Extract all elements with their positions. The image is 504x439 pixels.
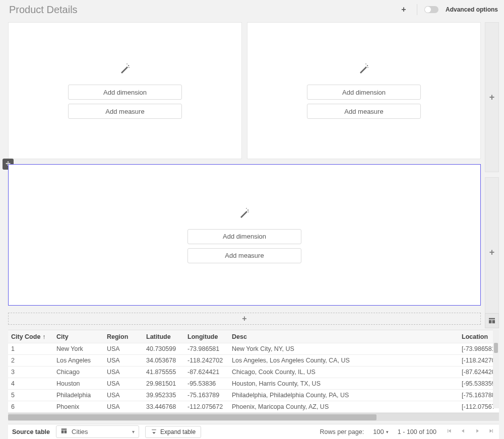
page-first-button[interactable] [446,427,453,436]
col-desc[interactable]: Desc [229,330,459,343]
table-scrollbar-vertical[interactable] [493,330,499,408]
table-header-row: City Code↑ City Region Latitude Longitud… [8,330,499,343]
table-cell: USA [104,367,143,378]
table-view-button[interactable] [485,313,499,328]
col-city-code[interactable]: City Code↑ [8,330,53,343]
chart-pane-3-selected[interactable]: Add dimension Add measure [8,164,481,306]
page-last-button[interactable] [488,427,495,436]
table-cell: -95.53836 [184,378,229,390]
data-table-panel: City Code↑ City Region Latitude Longitud… [8,330,499,421]
rows-per-page-label: Rows per page: [320,428,364,435]
header-actions: + Advanced options [398,4,498,16]
col-city[interactable]: City [53,330,104,343]
page-title: Product Details [9,4,78,16]
table-cell: -118.242702 [184,355,229,367]
table-cell: Los Angeles, Los Angeles County, CA, US [229,355,459,367]
chart-pane-1[interactable]: Add dimension Add measure [8,22,242,159]
add-sheet-button[interactable]: + [398,4,410,16]
table-cell: 34.053678 [143,355,184,367]
table-row[interactable]: 3ChicagoUSA41.875555-87.624421Chicago, C… [8,367,499,378]
table-cell: 41.875555 [143,367,184,378]
pager [446,427,495,436]
table-cell: USA [104,390,143,401]
col-longitude[interactable]: Longitude [184,330,229,343]
advanced-options-toggle[interactable] [424,6,438,13]
table-cell: -75.163789 [184,390,229,401]
table-row[interactable]: 4HoustonUSA29.981501-95.53836Houston, Ha… [8,378,499,390]
table-cell: -87.624421 [184,367,229,378]
table-cell: 33.446768 [143,401,184,413]
table-cell: -73.986581 [184,343,229,355]
workspace: Add dimension Add measure Add dimension … [0,19,504,327]
table-cell: Phoenix [53,401,104,413]
table-icon [60,427,68,436]
advanced-options-label: Advanced options [446,6,498,13]
table-row[interactable]: 6PhoenixUSA33.446768-112.075672Phoenix, … [8,401,499,413]
expand-table-button[interactable]: Expand table [145,426,201,438]
rows-per-page-dropdown[interactable]: 100 ▾ [373,428,389,435]
add-dimension-button[interactable]: Add dimension [307,85,421,100]
canvas-area: Add dimension Add measure Add dimension … [8,22,481,327]
table-row[interactable]: 2Los AngelesUSA34.053678-118.242702Los A… [8,355,499,367]
table-cell: 3 [8,367,53,378]
chevron-down-icon: ▾ [132,429,135,434]
source-table-value: Cities [72,428,88,435]
add-right-pane-1[interactable]: + [485,22,499,172]
table-cell: USA [104,343,143,355]
add-dimension-button[interactable]: Add dimension [187,229,301,244]
add-dimension-button[interactable]: Add dimension [68,85,182,100]
add-measure-button[interactable]: Add measure [187,248,301,263]
source-table-label: Source table [12,428,50,435]
table-cell: 40.730599 [143,343,184,355]
table-cell: New York [53,343,104,355]
table-cell: 2 [8,355,53,367]
table-scrollbar-horizontal[interactable] [8,413,499,421]
magic-wand-icon [238,207,250,222]
chart-row-2: Add dimension Add measure [8,164,481,306]
table-footer: Source table Cities ▾ Expand table Rows … [8,424,499,439]
magic-wand-icon [119,62,131,78]
pagination-range: 1 - 100 of 100 [398,428,436,435]
col-region[interactable]: Region [104,330,143,343]
data-table: City Code↑ City Region Latitude Longitud… [8,330,499,413]
table-cell: Houston, Harris County, TX, US [229,378,459,390]
table-cell: Philadelphia [53,390,104,401]
table-cell: Chicago [53,367,104,378]
chart-pane-2[interactable]: Add dimension Add measure [247,22,481,159]
page-next-button[interactable] [474,427,481,436]
table-row[interactable]: 5PhiladelphiaUSA39.952335-75.163789Phila… [8,390,499,401]
right-rail: + + [485,22,499,327]
table-cell: Philadelphia, Philadelphia County, PA, U… [229,390,459,401]
table-cell: USA [104,355,143,367]
table-cell: 1 [8,343,53,355]
table-cell: -112.075672 [184,401,229,413]
table-cell: Chicago, Cook County, IL, US [229,367,459,378]
header: Product Details + Advanced options [0,0,504,19]
chart-row-1: Add dimension Add measure Add dimension … [8,22,481,159]
add-measure-button[interactable]: Add measure [307,104,421,119]
table-cell: 5 [8,390,53,401]
magic-wand-icon [358,62,370,78]
separator [417,4,417,15]
table-cell: Los Angeles [53,355,104,367]
table-cell: 39.952335 [143,390,184,401]
chevron-down-icon: ▾ [386,429,389,434]
table-cell: USA [104,378,143,390]
table-cell: USA [104,401,143,413]
col-latitude[interactable]: Latitude [143,330,184,343]
table-cell: 29.981501 [143,378,184,390]
table-cell: 6 [8,401,53,413]
table-cell: 4 [8,378,53,390]
sort-asc-icon: ↑ [42,333,45,340]
add-right-pane-2[interactable]: + [485,177,499,327]
page-prev-button[interactable] [460,427,467,436]
table-row[interactable]: 1New YorkUSA40.730599-73.986581New York … [8,343,499,355]
table-cell: Phoenix, Maricopa County, AZ, US [229,401,459,413]
table-cell: New York City, NY, US [229,343,459,355]
add-row-button[interactable]: + [8,313,481,325]
add-measure-button[interactable]: Add measure [68,104,182,119]
table-cell: Houston [53,378,104,390]
source-table-dropdown[interactable]: Cities ▾ [56,425,139,438]
